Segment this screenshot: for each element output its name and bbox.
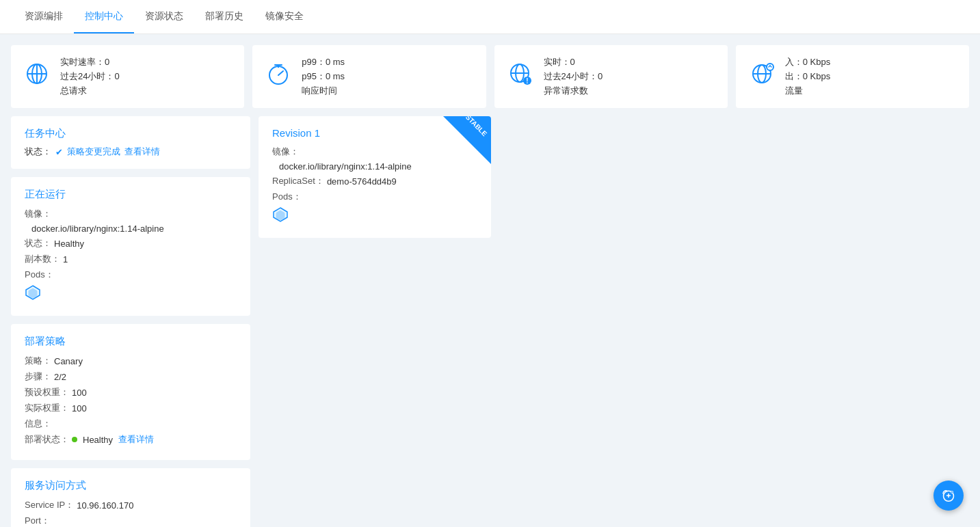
running-image-row: 镜像： xyxy=(25,208,237,220)
strategy-card: 部署策略 策略： Canary 步骤： 2/2 预设权重： 100 实际权重： … xyxy=(11,324,250,460)
traffic-in: 入：0 Kbps xyxy=(785,56,830,68)
revision-replicaset-row: ReplicaSet： demo-5764dd4b9 xyxy=(272,175,477,187)
metric-error-requests: ! 实时：0 过去24小时：0 异常请求数 xyxy=(494,45,728,108)
revision-pods-label: Pods： xyxy=(272,191,302,203)
deploy-status-row: 部署状态： Healthy 查看详情 xyxy=(25,433,237,446)
realtime-rate: 实时速率：0 xyxy=(60,56,120,68)
revision-replicaset-value: demo-5764dd4b9 xyxy=(327,176,397,187)
last-24h: 过去24小时：0 xyxy=(60,70,120,83)
deploy-status-label: 部署状态： xyxy=(25,433,69,446)
error-requests-label: 异常请求数 xyxy=(544,85,603,97)
preset-weight-value: 100 xyxy=(72,388,87,398)
strategy-step-row: 步骤： 2/2 xyxy=(25,370,237,383)
revision-card: STABLE Revision 1 镜像： docker.io/library/… xyxy=(259,116,491,238)
running-replicas-row: 副本数： 1 xyxy=(25,253,237,265)
task-status-value: 策略变更完成 xyxy=(67,146,120,158)
port-label: Port： xyxy=(25,515,50,527)
main-content: 实时速率：0 过去24小时：0 总请求 p99：0 ms p95：0 ms 响应… xyxy=(0,34,980,527)
total-requests-info: 实时速率：0 过去24小时：0 总请求 xyxy=(60,56,120,97)
running-image-label: 镜像： xyxy=(25,208,51,220)
running-pods-row: Pods： xyxy=(25,269,237,281)
error-requests-info: 实时：0 过去24小时：0 异常请求数 xyxy=(544,56,603,97)
healthy-dot xyxy=(72,437,77,442)
tab-resource-status[interactable]: 资源状态 xyxy=(134,1,194,33)
tab-control-center[interactable]: 控制中心 xyxy=(74,1,134,33)
running-title: 正在运行 xyxy=(25,188,237,201)
running-image-value: docker.io/library/nginx:1.14-alpine xyxy=(31,224,164,234)
metric-response-time: p99：0 ms p95：0 ms 响应时间 xyxy=(252,45,486,108)
step-value: 2/2 xyxy=(54,372,66,382)
running-card: 正在运行 镜像： docker.io/library/nginx:1.14-al… xyxy=(11,177,250,316)
timer-icon xyxy=(266,62,291,92)
bottom-cards: 任务中心 状态： ✔ 策略变更完成 查看详情 正在运行 镜像： docker.i… xyxy=(11,116,969,527)
error-last-24h: 过去24小时：0 xyxy=(544,70,603,83)
task-center-card: 任务中心 状态： ✔ 策略变更完成 查看详情 xyxy=(11,116,250,169)
globe-warn-icon: ! xyxy=(508,62,533,92)
metric-total-requests: 实时速率：0 过去24小时：0 总请求 xyxy=(11,45,244,108)
p95: p95：0 ms xyxy=(302,70,345,83)
strategy-title: 部署策略 xyxy=(25,335,237,348)
service-ip-row: Service IP： 10.96.160.170 xyxy=(25,499,237,511)
tab-deploy-history[interactable]: 部署历史 xyxy=(194,1,254,33)
svg-text:!: ! xyxy=(526,77,528,85)
running-image-value-row: docker.io/library/nginx:1.14-alpine xyxy=(25,224,237,234)
left-panel: 任务中心 状态： ✔ 策略变更完成 查看详情 正在运行 镜像： docker.i… xyxy=(11,116,250,527)
running-status-label: 状态： xyxy=(25,237,51,249)
port-row: Port： xyxy=(25,515,237,527)
actual-weight-row: 实际权重： 100 xyxy=(25,402,237,414)
running-status-value: Healthy xyxy=(54,239,84,249)
task-status: 状态： ✔ 策略变更完成 查看详情 xyxy=(25,146,237,158)
revision-pods-row: Pods： xyxy=(272,191,477,203)
revision-image-value: docker.io/library/nginx:1.14-alpine xyxy=(279,161,412,172)
running-pods-label: Pods： xyxy=(25,269,54,281)
service-card: 服务访问方式 Service IP： 10.96.160.170 Port： 8… xyxy=(11,468,250,527)
revision-pod-icon xyxy=(272,206,477,227)
tab-image-security[interactable]: 镜像安全 xyxy=(254,1,315,33)
running-replicas-label: 副本数： xyxy=(25,253,60,265)
stable-badge xyxy=(443,116,491,164)
strategy-view-detail[interactable]: 查看详情 xyxy=(118,433,154,446)
total-requests-label: 总请求 xyxy=(60,85,120,97)
task-view-detail[interactable]: 查看详情 xyxy=(124,146,160,158)
running-status-row: 状态： Healthy xyxy=(25,237,237,249)
globe-traffic-icon xyxy=(750,62,774,92)
tab-resource-editor[interactable]: 资源编排 xyxy=(14,1,74,33)
service-ip-value: 10.96.160.170 xyxy=(77,500,133,511)
running-replicas-value: 1 xyxy=(63,254,68,265)
actual-weight-label: 实际权重： xyxy=(25,402,69,414)
globe-icon xyxy=(25,62,49,92)
check-icon: ✔ xyxy=(55,147,63,157)
response-time-label: 响应时间 xyxy=(302,85,345,97)
metric-traffic: 入：0 Kbps 出：0 Kbps 流量 xyxy=(736,45,969,108)
svg-point-16 xyxy=(767,64,773,70)
strategy-label: 策略： xyxy=(25,355,51,367)
svg-marker-22 xyxy=(276,211,284,220)
info-row: 信息： xyxy=(25,418,237,430)
top-navigation: 资源编排 控制中心 资源状态 部署历史 镜像安全 xyxy=(0,0,980,34)
task-status-label: 状态： xyxy=(25,146,51,158)
p99: p99：0 ms xyxy=(302,56,345,68)
svg-line-6 xyxy=(278,71,283,75)
error-realtime: 实时：0 xyxy=(544,56,603,68)
response-time-info: p99：0 ms p95：0 ms 响应时间 xyxy=(302,56,345,97)
traffic-out: 出：0 Kbps xyxy=(785,70,830,83)
revision-panel: STABLE Revision 1 镜像： docker.io/library/… xyxy=(259,116,969,238)
service-title: 服务访问方式 xyxy=(25,479,237,492)
pod-icon xyxy=(25,284,237,305)
task-center-title: 任务中心 xyxy=(25,127,66,140)
fab-button[interactable] xyxy=(933,481,964,511)
info-label: 信息： xyxy=(25,418,51,430)
preset-weight-row: 预设权重： 100 xyxy=(25,386,237,398)
step-label: 步骤： xyxy=(25,370,51,383)
strategy-type-row: 策略： Canary xyxy=(25,355,237,367)
metrics-row: 实时速率：0 过去24小时：0 总请求 p99：0 ms p95：0 ms 响应… xyxy=(11,45,969,108)
traffic-label: 流量 xyxy=(785,85,830,97)
revision-image-label: 镜像： xyxy=(272,146,299,158)
revision-replicaset-label: ReplicaSet： xyxy=(272,175,324,187)
actual-weight-value: 100 xyxy=(72,403,87,414)
preset-weight-label: 预设权重： xyxy=(25,386,69,398)
service-ip-label: Service IP： xyxy=(25,499,74,511)
strategy-value: Canary xyxy=(54,356,83,366)
task-header: 任务中心 xyxy=(25,127,237,140)
traffic-info: 入：0 Kbps 出：0 Kbps 流量 xyxy=(785,56,830,97)
